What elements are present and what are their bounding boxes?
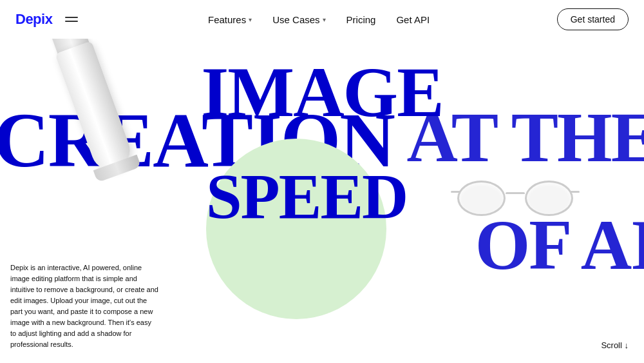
nav-get-api[interactable]: Get API (396, 14, 430, 25)
hamburger-line-2 (65, 21, 78, 22)
hamburger-line-1 (65, 17, 78, 18)
get-started-button[interactable]: Get started (557, 8, 629, 30)
nav-pricing[interactable]: Pricing (346, 14, 376, 25)
scroll-indicator[interactable]: Scroll ↓ (601, 340, 629, 350)
navbar: Depix Features ▾ Use Cases ▾ Pricing Get… (0, 0, 644, 39)
nav-right: Get started (557, 8, 629, 30)
hero-description: Depix is an interactive, AI powered, onl… (10, 262, 158, 350)
glasses-bridge (506, 192, 525, 195)
hero-text-at-the: AT THE (407, 102, 644, 173)
glasses-arm-right (570, 191, 580, 193)
nav-left: Depix (15, 11, 80, 28)
nav-center: Features ▾ Use Cases ▾ Pricing Get API (208, 14, 430, 25)
product-glasses (451, 174, 580, 239)
logo[interactable]: Depix (15, 11, 52, 28)
hero-text-speed: SPEED (206, 164, 407, 229)
chevron-down-icon: ▾ (323, 16, 326, 23)
nav-features[interactable]: Features ▾ (208, 14, 252, 25)
hero-section: IMAGE CREATION SPEED AT THE OF AI Depix … (0, 39, 644, 363)
glasses-lens-right (525, 181, 573, 216)
hamburger-menu[interactable] (62, 14, 80, 25)
nav-use-cases[interactable]: Use Cases ▾ (272, 14, 325, 25)
chevron-down-icon: ▾ (249, 16, 252, 23)
glasses-frame (451, 174, 580, 226)
glasses-lens-left (457, 181, 506, 216)
